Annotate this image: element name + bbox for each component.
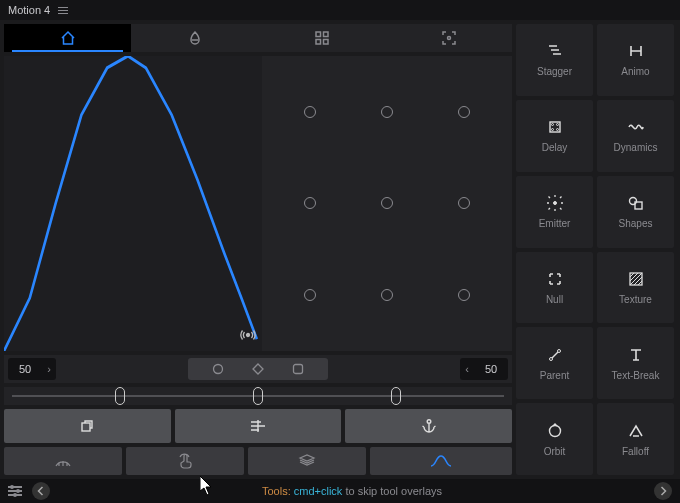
orbit-icon xyxy=(547,422,563,440)
tool-orbit[interactable]: Orbit xyxy=(516,403,593,475)
tool-stagger[interactable]: Stagger xyxy=(516,24,593,96)
anchor-button[interactable] xyxy=(345,409,512,443)
tool-dynamics[interactable]: Dynamics xyxy=(597,100,674,172)
tool-textbreak[interactable]: Text-Break xyxy=(597,327,674,399)
tool-label: Dynamics xyxy=(614,142,658,153)
touch-button[interactable] xyxy=(126,447,244,475)
anchor-center[interactable] xyxy=(349,158,426,250)
main-tabs xyxy=(4,24,512,52)
textbreak-icon xyxy=(628,346,644,364)
tool-label: Animo xyxy=(621,66,649,77)
secondary-action-row xyxy=(4,447,512,475)
broadcast-icon[interactable] xyxy=(240,327,256,345)
tool-label: Shapes xyxy=(619,218,653,229)
chevron-right-icon: › xyxy=(42,363,56,375)
layers-button[interactable] xyxy=(248,447,366,475)
footer-bar: Tools: cmd+click to skip tool overlays xyxy=(0,479,680,503)
right-value: 50 xyxy=(474,363,508,375)
svg-point-4 xyxy=(447,37,450,40)
tab-focus[interactable] xyxy=(385,24,512,52)
anchor-mid-right[interactable] xyxy=(425,158,502,250)
tool-animo[interactable]: Animo xyxy=(597,24,674,96)
anchor-point-grid xyxy=(262,56,512,351)
nav-back-button[interactable] xyxy=(32,482,50,500)
svg-point-21 xyxy=(549,425,560,436)
ease-curve-editor[interactable] xyxy=(4,56,262,351)
anchor-bottom-left[interactable] xyxy=(272,249,349,341)
svg-point-12 xyxy=(556,124,558,126)
footer-hint: Tools: cmd+click to skip tool overlays xyxy=(60,485,644,497)
app-title: Motion 4 xyxy=(8,4,50,16)
falloff-icon xyxy=(628,422,644,440)
svg-rect-3 xyxy=(323,40,328,45)
diamond-icon xyxy=(252,363,264,375)
emitter-icon xyxy=(547,194,563,212)
right-value-input[interactable]: ‹ 50 xyxy=(460,358,508,380)
svg-rect-8 xyxy=(82,423,90,431)
tool-parent[interactable]: Parent xyxy=(516,327,593,399)
svg-point-5 xyxy=(247,334,250,337)
menu-icon[interactable] xyxy=(58,7,68,14)
tool-label: Text-Break xyxy=(612,370,660,381)
tool-texture[interactable]: Texture xyxy=(597,252,674,324)
tool-label: Stagger xyxy=(537,66,572,77)
slider-handle-3[interactable] xyxy=(391,387,401,405)
tool-label: Falloff xyxy=(622,446,649,457)
svg-rect-7 xyxy=(294,365,303,374)
svg-rect-2 xyxy=(316,40,321,45)
nav-forward-button[interactable] xyxy=(654,482,672,500)
null-icon xyxy=(547,270,563,288)
tool-label: Null xyxy=(546,294,563,305)
handle-slider[interactable] xyxy=(4,387,512,405)
anchor-bottom-center[interactable] xyxy=(349,249,426,341)
tab-color[interactable] xyxy=(131,24,258,52)
anchor-top-left[interactable] xyxy=(272,66,349,158)
anchor-top-right[interactable] xyxy=(425,66,502,158)
left-value-input[interactable]: 50 › xyxy=(8,358,56,380)
anchor-top-center[interactable] xyxy=(349,66,426,158)
delay-icon xyxy=(547,118,563,136)
animo-icon xyxy=(628,42,644,60)
tab-home[interactable] xyxy=(4,24,131,52)
value-row: 50 › ‹ 50 xyxy=(4,355,512,383)
tool-shapes[interactable]: Shapes xyxy=(597,176,674,248)
svg-point-11 xyxy=(551,124,553,126)
left-value: 50 xyxy=(8,363,42,375)
tool-grid: StaggerAnimoDelayDynamicsEmitterShapesNu… xyxy=(516,24,674,475)
tool-label: Parent xyxy=(540,370,569,381)
dynamics-icon xyxy=(628,118,644,136)
slider-handle-2[interactable] xyxy=(253,387,263,405)
svg-point-13 xyxy=(551,129,553,131)
tool-label: Texture xyxy=(619,294,652,305)
title-bar: Motion 4 xyxy=(0,0,680,20)
tab-grid[interactable] xyxy=(258,24,385,52)
copy-layer-button[interactable] xyxy=(4,409,171,443)
tool-emitter[interactable]: Emitter xyxy=(516,176,593,248)
tool-falloff[interactable]: Falloff xyxy=(597,403,674,475)
tool-delay[interactable]: Delay xyxy=(516,100,593,172)
svg-point-9 xyxy=(427,420,431,424)
action-row xyxy=(4,409,512,443)
align-button[interactable] xyxy=(175,409,342,443)
slider-handle-1[interactable] xyxy=(115,387,125,405)
svg-point-6 xyxy=(214,365,223,374)
tool-label: Orbit xyxy=(544,446,566,457)
color-button[interactable] xyxy=(4,447,122,475)
svg-rect-0 xyxy=(316,32,321,37)
anchor-mid-left[interactable] xyxy=(272,158,349,250)
settings-icon[interactable] xyxy=(8,486,22,496)
svg-point-15 xyxy=(553,202,556,205)
svg-point-14 xyxy=(556,129,558,131)
square-icon xyxy=(292,363,304,375)
tool-null[interactable]: Null xyxy=(516,252,593,324)
shapes-icon xyxy=(628,194,644,212)
anchor-bottom-right[interactable] xyxy=(425,249,502,341)
texture-icon xyxy=(628,270,644,288)
tool-label: Emitter xyxy=(539,218,571,229)
content-area xyxy=(4,56,512,351)
curve-button[interactable] xyxy=(370,447,512,475)
stagger-icon xyxy=(547,42,563,60)
parent-icon xyxy=(547,346,563,364)
chevron-left-icon: ‹ xyxy=(460,363,474,375)
curve-shape-segmented[interactable] xyxy=(188,358,328,380)
